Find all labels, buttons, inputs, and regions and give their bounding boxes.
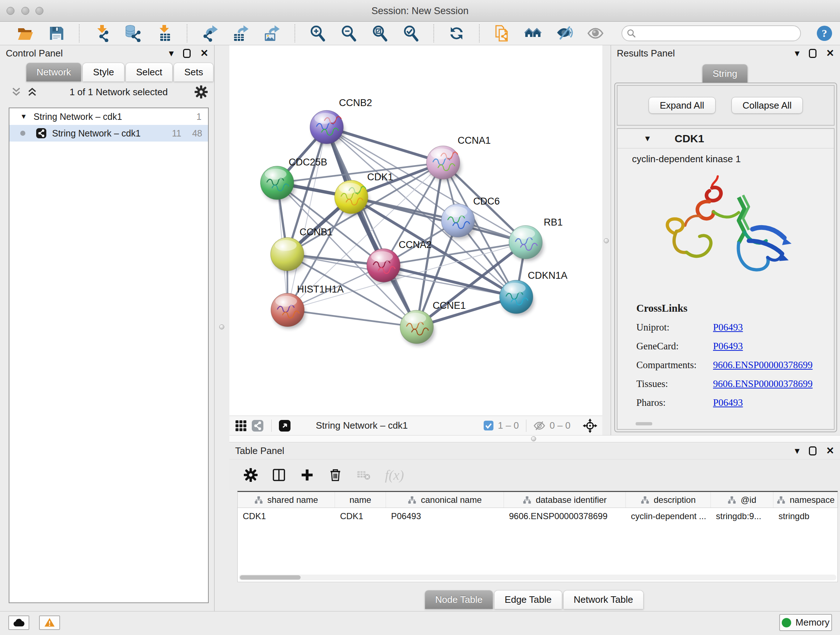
node-CDK1[interactable] xyxy=(335,180,369,216)
table-cell[interactable]: CDK1 xyxy=(238,508,335,524)
crosslink-genecard-link[interactable]: P06493 xyxy=(713,340,743,352)
table-panel-collapse-button[interactable]: ▾ xyxy=(795,446,800,456)
crosslink-compartments-link[interactable]: 9606.ENSP00000378699 xyxy=(713,359,813,371)
node-RB1[interactable] xyxy=(509,226,544,261)
control-panel-close-button[interactable]: ✕ xyxy=(200,49,208,58)
zoom-out-icon[interactable] xyxy=(340,25,357,42)
table-settings-icon[interactable] xyxy=(244,468,257,482)
tree-expand-icon[interactable]: ▼ xyxy=(20,112,27,120)
column-header-database-identifier[interactable]: database identifier xyxy=(504,492,626,508)
crosslink-uniprot-link[interactable]: P06493 xyxy=(713,322,743,333)
gene-section-caret-icon[interactable]: ▼ xyxy=(644,134,652,143)
open-session-icon[interactable] xyxy=(17,25,34,42)
tab-network[interactable]: Network xyxy=(26,63,81,81)
network-row-selected[interactable]: String Network – cdk1 11 48 xyxy=(9,125,208,141)
string-show-icon[interactable] xyxy=(587,25,604,42)
results-panel-collapse-button[interactable]: ▾ xyxy=(795,49,800,58)
crosslink-row: Tissues:9606.ENSP00000378699 xyxy=(636,378,834,390)
cloud-button[interactable] xyxy=(8,616,29,630)
search-input[interactable] xyxy=(636,26,800,41)
network-options-gear-icon[interactable] xyxy=(195,86,208,98)
table-panel-float-button[interactable] xyxy=(809,447,816,455)
column-header-canonical-name[interactable]: canonical name xyxy=(386,492,504,508)
tab-edge-table[interactable]: Edge Table xyxy=(494,590,562,609)
export-image-icon[interactable] xyxy=(264,25,281,42)
table-horizontal-scrollbar[interactable] xyxy=(239,575,836,580)
save-session-icon[interactable] xyxy=(48,25,65,42)
tab-string[interactable]: String xyxy=(702,64,748,83)
view-grid-icon[interactable] xyxy=(235,420,247,432)
results-panel-close-button[interactable]: ✕ xyxy=(826,49,834,58)
memory-button[interactable]: Memory xyxy=(779,614,832,631)
zoom-selected-icon[interactable] xyxy=(402,25,420,42)
tab-style[interactable]: Style xyxy=(82,63,125,81)
control-panel-float-button[interactable] xyxy=(183,49,191,58)
view-network-icon[interactable] xyxy=(252,420,264,432)
results-scrollbar-thumb[interactable] xyxy=(636,422,652,425)
zoom-in-icon[interactable] xyxy=(309,25,326,42)
column-header-namespace[interactable]: namespace xyxy=(774,492,838,508)
tab-sets[interactable]: Sets xyxy=(174,63,213,81)
duplicate-network-icon[interactable] xyxy=(493,25,511,42)
results-panel-float-button[interactable] xyxy=(809,49,816,58)
left-splitter-handle[interactable] xyxy=(219,325,224,329)
tab-select[interactable]: Select xyxy=(126,63,172,81)
hidden-elements-icon[interactable] xyxy=(534,420,545,432)
show-columns-icon[interactable] xyxy=(272,468,286,482)
right-splitter-handle[interactable] xyxy=(604,238,609,243)
string-hide-icon[interactable] xyxy=(556,25,573,42)
network-collection-row[interactable]: ▼ String Network – cdk1 1 xyxy=(9,108,208,125)
expand-all-button[interactable]: Expand All xyxy=(649,97,715,114)
network-node-count: 11 xyxy=(172,128,181,139)
import-table-icon[interactable] xyxy=(156,25,173,42)
table-cell[interactable]: 9606.ENSP00000378699 xyxy=(504,508,626,524)
add-column-icon[interactable] xyxy=(300,468,314,482)
import-network-icon[interactable] xyxy=(93,25,111,42)
tab-node-table[interactable]: Node Table xyxy=(425,590,493,609)
warnings-button[interactable] xyxy=(39,616,60,630)
table-cell[interactable]: stringdb:9... xyxy=(711,508,774,524)
node-CCNA2[interactable] xyxy=(367,249,401,284)
column-header-shared-name[interactable]: shared name xyxy=(238,492,335,508)
import-database-icon[interactable] xyxy=(125,25,142,42)
selected-nodes-icon[interactable] xyxy=(484,421,493,431)
column-header-description[interactable]: description xyxy=(626,492,711,508)
export-network-icon[interactable] xyxy=(201,25,218,42)
node-HIST1H1A[interactable] xyxy=(271,293,306,329)
table-panel-close-button[interactable]: ✕ xyxy=(826,446,834,456)
table-scrollbar-thumb[interactable] xyxy=(240,575,301,580)
network-canvas[interactable]: CCNB2CCNA1CDC25BCDK1CDC6RB1CCNB1CCNA2CDK… xyxy=(229,45,602,416)
table-row[interactable]: CDK1CDK1P064939606.ENSP00000378699cyclin… xyxy=(238,508,837,524)
crosslink-pharos-link[interactable]: P06493 xyxy=(713,397,743,409)
node-label-CCNB1: CCNB1 xyxy=(300,226,333,238)
birdseye-view-icon[interactable] xyxy=(279,420,291,432)
help-icon[interactable]: ? xyxy=(816,25,833,42)
fit-content-crosshair-icon[interactable] xyxy=(583,418,597,433)
tab-network-table[interactable]: Network Table xyxy=(563,590,644,609)
delete-column-icon[interactable] xyxy=(328,468,342,482)
string-home-icon[interactable] xyxy=(524,25,542,42)
expand-all-networks-icon[interactable] xyxy=(27,87,38,97)
table-cell[interactable]: stringdb xyxy=(774,508,838,524)
crosslink-tissues-link[interactable]: 9606.ENSP00000378699 xyxy=(713,378,813,390)
table-cell[interactable]: CDK1 xyxy=(335,508,386,524)
export-table-icon[interactable] xyxy=(232,25,249,42)
zoom-fit-icon[interactable] xyxy=(371,25,388,42)
table-cell[interactable]: P06493 xyxy=(386,508,504,524)
collapse-all-networks-icon[interactable] xyxy=(11,87,22,97)
network-graph[interactable]: CCNB2CCNA1CDC25BCDK1CDC6RB1CCNB1CCNA2CDK… xyxy=(229,45,602,416)
node-CCNA1[interactable] xyxy=(426,146,461,181)
collapse-all-button[interactable]: Collapse All xyxy=(731,97,803,114)
selected-counts: 1 – 0 xyxy=(498,420,519,431)
crosslink-label: Uniprot: xyxy=(636,322,713,333)
horizontal-splitter-handle[interactable] xyxy=(531,436,536,441)
node-CDC25B[interactable] xyxy=(261,166,295,202)
table-cell[interactable]: cyclin-dependent ... xyxy=(626,508,711,524)
node-CDKN1A[interactable] xyxy=(500,280,534,316)
refresh-icon[interactable] xyxy=(448,25,465,42)
control-panel-collapse-button[interactable]: ▾ xyxy=(169,49,174,58)
network-edge-count: 48 xyxy=(192,128,202,139)
column-header--id[interactable]: @id xyxy=(711,492,774,508)
network-collection-count: 1 xyxy=(196,111,202,122)
column-header-name[interactable]: name xyxy=(335,492,386,508)
